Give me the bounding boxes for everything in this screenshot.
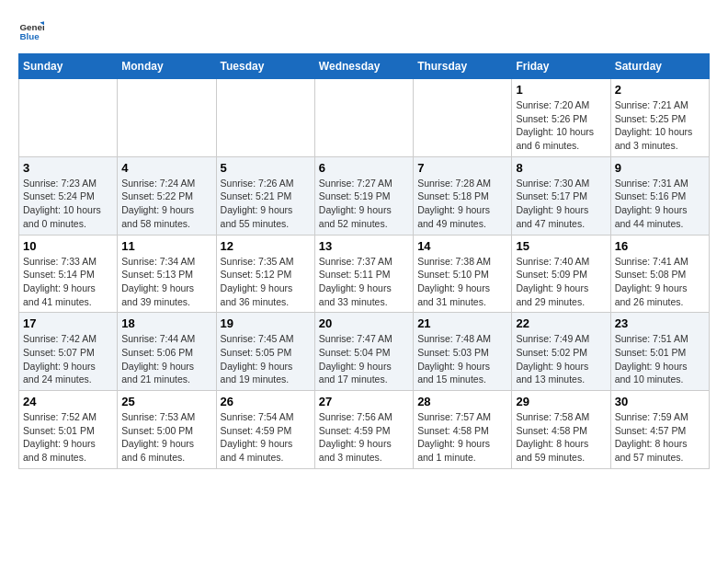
- calendar-header: SundayMondayTuesdayWednesdayThursdayFrid…: [19, 54, 710, 79]
- day-info: Sunrise: 7:20 AM Sunset: 5:26 PM Dayligh…: [516, 98, 606, 153]
- day-info: Sunrise: 7:56 AM Sunset: 4:59 PM Dayligh…: [319, 410, 409, 465]
- day-number: 7: [417, 161, 507, 175]
- day-number: 3: [23, 161, 113, 175]
- day-info: Sunrise: 7:24 AM Sunset: 5:22 PM Dayligh…: [121, 177, 211, 231]
- weekday-header-tuesday: Tuesday: [216, 54, 314, 79]
- day-number: 17: [23, 316, 113, 330]
- day-info: Sunrise: 7:34 AM Sunset: 5:13 PM Dayligh…: [121, 255, 211, 309]
- day-number: 10: [23, 239, 113, 253]
- weekday-header-saturday: Saturday: [610, 54, 709, 79]
- weekday-header-row: SundayMondayTuesdayWednesdayThursdayFrid…: [19, 54, 710, 79]
- day-number: 21: [417, 316, 507, 330]
- calendar-cell: 21Sunrise: 7:48 AM Sunset: 5:03 PM Dayli…: [414, 313, 512, 391]
- calendar-cell: 27Sunrise: 7:56 AM Sunset: 4:59 PM Dayli…: [314, 391, 413, 469]
- day-info: Sunrise: 7:42 AM Sunset: 5:07 PM Dayligh…: [23, 332, 113, 386]
- svg-text:General: General: [19, 22, 44, 32]
- weekday-header-friday: Friday: [512, 54, 610, 79]
- day-info: Sunrise: 7:30 AM Sunset: 5:17 PM Dayligh…: [516, 177, 606, 231]
- day-number: 9: [615, 161, 705, 175]
- day-info: Sunrise: 7:59 AM Sunset: 4:57 PM Dayligh…: [615, 410, 705, 465]
- calendar-cell: [314, 79, 413, 157]
- day-info: Sunrise: 7:23 AM Sunset: 5:24 PM Dayligh…: [23, 177, 113, 231]
- calendar-cell: 17Sunrise: 7:42 AM Sunset: 5:07 PM Dayli…: [19, 313, 118, 391]
- weekday-header-thursday: Thursday: [414, 54, 512, 79]
- day-number: 1: [516, 83, 606, 97]
- calendar-cell: 25Sunrise: 7:53 AM Sunset: 5:00 PM Dayli…: [118, 391, 216, 469]
- calendar-week-row: 24Sunrise: 7:52 AM Sunset: 5:01 PM Dayli…: [19, 391, 710, 469]
- calendar-cell: 30Sunrise: 7:59 AM Sunset: 4:57 PM Dayli…: [610, 391, 709, 469]
- page-header: General Blue: [18, 18, 710, 44]
- day-number: 15: [516, 239, 606, 253]
- weekday-header-sunday: Sunday: [19, 54, 118, 79]
- calendar-week-row: 10Sunrise: 7:33 AM Sunset: 5:14 PM Dayli…: [19, 235, 710, 313]
- day-info: Sunrise: 7:40 AM Sunset: 5:09 PM Dayligh…: [516, 255, 606, 309]
- calendar-cell: 8Sunrise: 7:30 AM Sunset: 5:17 PM Daylig…: [512, 156, 610, 235]
- calendar-cell: [19, 79, 118, 157]
- day-number: 2: [615, 83, 705, 97]
- logo-icon: General Blue: [18, 18, 44, 44]
- day-number: 27: [319, 395, 409, 408]
- day-info: Sunrise: 7:27 AM Sunset: 5:19 PM Dayligh…: [319, 177, 409, 231]
- day-info: Sunrise: 7:51 AM Sunset: 5:01 PM Dayligh…: [615, 332, 705, 386]
- calendar-week-row: 17Sunrise: 7:42 AM Sunset: 5:07 PM Dayli…: [19, 313, 710, 391]
- day-info: Sunrise: 7:45 AM Sunset: 5:05 PM Dayligh…: [221, 332, 311, 386]
- day-info: Sunrise: 7:49 AM Sunset: 5:02 PM Dayligh…: [516, 332, 606, 386]
- calendar-cell: 19Sunrise: 7:45 AM Sunset: 5:05 PM Dayli…: [216, 313, 314, 391]
- calendar-cell: 3Sunrise: 7:23 AM Sunset: 5:24 PM Daylig…: [19, 156, 118, 235]
- calendar-cell: 16Sunrise: 7:41 AM Sunset: 5:08 PM Dayli…: [610, 235, 709, 313]
- calendar-cell: 12Sunrise: 7:35 AM Sunset: 5:12 PM Dayli…: [216, 235, 314, 313]
- day-info: Sunrise: 7:54 AM Sunset: 4:59 PM Dayligh…: [221, 410, 311, 465]
- calendar-cell: 18Sunrise: 7:44 AM Sunset: 5:06 PM Dayli…: [118, 313, 216, 391]
- day-info: Sunrise: 7:37 AM Sunset: 5:11 PM Dayligh…: [319, 255, 409, 309]
- day-number: 14: [417, 239, 507, 253]
- calendar-cell: [216, 79, 314, 157]
- day-info: Sunrise: 7:33 AM Sunset: 5:14 PM Dayligh…: [23, 255, 113, 309]
- day-number: 18: [121, 316, 211, 330]
- calendar-cell: [118, 79, 216, 157]
- day-info: Sunrise: 7:41 AM Sunset: 5:08 PM Dayligh…: [615, 255, 705, 309]
- day-number: 25: [121, 395, 211, 408]
- calendar-cell: 28Sunrise: 7:57 AM Sunset: 4:58 PM Dayli…: [414, 391, 512, 469]
- calendar-cell: 15Sunrise: 7:40 AM Sunset: 5:09 PM Dayli…: [512, 235, 610, 313]
- calendar-cell: 14Sunrise: 7:38 AM Sunset: 5:10 PM Dayli…: [414, 235, 512, 313]
- calendar-cell: 5Sunrise: 7:26 AM Sunset: 5:21 PM Daylig…: [216, 156, 314, 235]
- calendar-cell: [414, 79, 512, 157]
- calendar-cell: 9Sunrise: 7:31 AM Sunset: 5:16 PM Daylig…: [610, 156, 709, 235]
- day-info: Sunrise: 7:31 AM Sunset: 5:16 PM Dayligh…: [615, 177, 705, 231]
- calendar-cell: 1Sunrise: 7:20 AM Sunset: 5:26 PM Daylig…: [512, 79, 610, 157]
- day-info: Sunrise: 7:28 AM Sunset: 5:18 PM Dayligh…: [417, 177, 507, 231]
- calendar-cell: 13Sunrise: 7:37 AM Sunset: 5:11 PM Dayli…: [314, 235, 413, 313]
- day-info: Sunrise: 7:35 AM Sunset: 5:12 PM Dayligh…: [221, 255, 311, 309]
- calendar-cell: 22Sunrise: 7:49 AM Sunset: 5:02 PM Dayli…: [512, 313, 610, 391]
- day-info: Sunrise: 7:57 AM Sunset: 4:58 PM Dayligh…: [417, 410, 507, 465]
- logo: General Blue: [18, 18, 44, 44]
- day-info: Sunrise: 7:52 AM Sunset: 5:01 PM Dayligh…: [23, 410, 113, 465]
- calendar-cell: 24Sunrise: 7:52 AM Sunset: 5:01 PM Dayli…: [19, 391, 118, 469]
- calendar-cell: 4Sunrise: 7:24 AM Sunset: 5:22 PM Daylig…: [118, 156, 216, 235]
- svg-text:Blue: Blue: [19, 31, 40, 41]
- day-info: Sunrise: 7:47 AM Sunset: 5:04 PM Dayligh…: [319, 332, 409, 386]
- day-info: Sunrise: 7:48 AM Sunset: 5:03 PM Dayligh…: [417, 332, 507, 386]
- calendar-cell: 6Sunrise: 7:27 AM Sunset: 5:19 PM Daylig…: [314, 156, 413, 235]
- day-info: Sunrise: 7:53 AM Sunset: 5:00 PM Dayligh…: [121, 410, 211, 465]
- day-number: 5: [221, 161, 311, 175]
- day-number: 13: [319, 239, 409, 253]
- day-number: 29: [516, 395, 606, 408]
- day-number: 8: [516, 161, 606, 175]
- day-info: Sunrise: 7:38 AM Sunset: 5:10 PM Dayligh…: [417, 255, 507, 309]
- day-info: Sunrise: 7:44 AM Sunset: 5:06 PM Dayligh…: [121, 332, 211, 386]
- day-info: Sunrise: 7:58 AM Sunset: 4:58 PM Dayligh…: [516, 410, 606, 465]
- day-number: 4: [121, 161, 211, 175]
- weekday-header-monday: Monday: [118, 54, 216, 79]
- calendar-cell: 29Sunrise: 7:58 AM Sunset: 4:58 PM Dayli…: [512, 391, 610, 469]
- day-number: 26: [221, 395, 311, 408]
- weekday-header-wednesday: Wednesday: [314, 54, 413, 79]
- calendar-cell: 10Sunrise: 7:33 AM Sunset: 5:14 PM Dayli…: [19, 235, 118, 313]
- day-number: 24: [23, 395, 113, 408]
- day-number: 11: [121, 239, 211, 253]
- calendar-cell: 26Sunrise: 7:54 AM Sunset: 4:59 PM Dayli…: [216, 391, 314, 469]
- day-number: 23: [615, 316, 705, 330]
- day-number: 16: [615, 239, 705, 253]
- day-number: 20: [319, 316, 409, 330]
- day-info: Sunrise: 7:26 AM Sunset: 5:21 PM Dayligh…: [221, 177, 311, 231]
